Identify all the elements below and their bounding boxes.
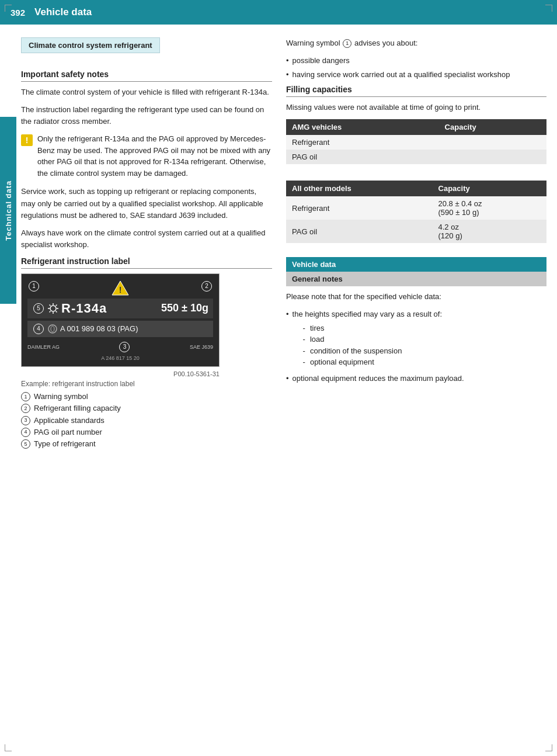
circle-4: 4 <box>21 428 30 437</box>
vehicle-data-intro: Please note that for the specified vehic… <box>286 291 546 303</box>
section-box: Climate control system refrigerant <box>21 37 160 53</box>
svg-point-12 <box>51 326 54 332</box>
warning-triangle-icon: ! <box>111 280 130 296</box>
safety-para2: The instruction label regarding the refr… <box>21 104 272 127</box>
general-notes-header: General notes <box>286 272 546 286</box>
warning-bullet-1-text: possible dangers <box>293 55 350 67</box>
side-label: Technical data <box>0 117 16 304</box>
caption-item-4: 4 PAG oil part number <box>21 427 272 438</box>
caption-item-3: 3 Applicable standards <box>21 415 272 426</box>
sub-item-optional: optional equipment <box>303 356 443 368</box>
corner-bl <box>5 744 12 751</box>
main-content: Climate control system refrigerant Impor… <box>0 25 557 470</box>
warning-symbol-text: Warning symbol <box>286 39 340 47</box>
important-safety-title: Important safety notes <box>21 70 272 79</box>
label-circle-4-inner: 4 <box>33 324 44 334</box>
vehicle-bullet-2: optional equipment reduces the maximum p… <box>286 373 546 384</box>
label-part-num: A 246 817 15 20 <box>101 355 140 361</box>
caption-list: 1 Warning symbol 2 Refrigerant filling c… <box>21 391 272 449</box>
warning-bullet-2-text: having service work carried out at a qua… <box>293 69 510 81</box>
page-number: 392 <box>11 8 25 18</box>
safety-para4: Always have work on the climate control … <box>21 227 272 251</box>
pag-icon <box>47 324 58 334</box>
label-image: 1 ! 2 5 <box>21 273 220 367</box>
warning-text: Only the refrigerant R-134a and the PAG … <box>37 133 272 179</box>
amg-col2-header: Capacity <box>439 119 546 135</box>
svg-point-2 <box>50 306 56 311</box>
sub-suspension-text: condition of the suspension <box>310 345 402 357</box>
sub-item-load: load <box>303 334 443 345</box>
warning-bullets-list: possible dangers having service work car… <box>286 55 546 80</box>
label-circle-5-inner: 5 <box>33 303 44 314</box>
svg-line-7 <box>50 304 51 306</box>
amg-row2-col2 <box>439 150 546 164</box>
other-row2-col2: 4.2 oz (120 g) <box>433 220 546 243</box>
circle-5: 5 <box>21 439 30 449</box>
section-divider-3 <box>286 96 546 97</box>
vehicle-bullet-1-text: the heights specified may vary as a resu… <box>293 310 443 318</box>
sub-item-tires: tires <box>303 322 443 334</box>
refrigerant-label-title: Refrigerant instruction label <box>21 256 272 266</box>
other-row2-col1: PAG oil <box>286 220 433 243</box>
amg-row1-col1: Refrigerant <box>286 135 439 150</box>
label-circle-2: 2 <box>201 281 212 292</box>
other-row-2: PAG oil 4.2 oz (120 g) <box>286 220 546 243</box>
amg-row1-col2 <box>439 135 546 150</box>
amg-row-1: Refrigerant <box>286 135 546 150</box>
caption-label-3: Applicable standards <box>34 415 105 426</box>
warning-bullet-2: having service work carried out at a qua… <box>286 69 546 81</box>
label-r134a-text: R-134a <box>61 301 107 316</box>
refrigerant-label-section: Refrigerant instruction label 1 ! 2 <box>21 256 272 449</box>
photo-ref: P00.10-5361-31 <box>21 370 220 377</box>
caption-item-2: 2 Refrigerant filling capacity <box>21 403 272 414</box>
caption-label-1: Warning symbol <box>34 391 88 402</box>
vehicle-data-bullets: the heights specified may vary as a resu… <box>286 308 546 384</box>
caption-item-1: 1 Warning symbol <box>21 391 272 402</box>
circle-1: 1 <box>21 392 30 401</box>
amg-col1-header: AMG vehicles <box>286 119 439 135</box>
circle-2: 2 <box>21 404 30 413</box>
corner-tr <box>545 5 552 12</box>
amg-row2-col1: PAG oil <box>286 150 439 164</box>
caption-label-2: Refrigerant filling capacity <box>34 403 121 414</box>
label-sae: SAE J639 <box>190 344 213 350</box>
section-divider-1 <box>21 81 272 82</box>
label-circle-3-inner: 3 <box>119 342 130 352</box>
filling-capacities-section: Filling capacities Missing values were n… <box>286 85 546 243</box>
svg-line-9 <box>56 304 57 306</box>
header-bar: 392 Vehicle data <box>0 0 557 25</box>
other-col2-header: Capacity <box>433 181 546 196</box>
label-bottom-row: DAIMLER AG 3 SAE J639 <box>27 341 213 353</box>
filling-capacities-title: Filling capacities <box>286 85 546 94</box>
sub-dash-list: tires load condition of the suspension o… <box>303 322 443 368</box>
other-models-table: All other models Capacity Refrigerant 20… <box>286 181 546 243</box>
refrigerant-type-icon <box>47 303 59 314</box>
circle-ref-1: 1 <box>343 39 351 48</box>
label-daimler: DAIMLER AG <box>27 344 60 350</box>
important-safety-section: Important safety notes The climate contr… <box>21 70 272 251</box>
safety-para1: The climate control system of your vehic… <box>21 86 272 98</box>
left-column: Climate control system refrigerant Impor… <box>21 37 272 457</box>
sub-load-text: load <box>310 334 325 345</box>
sub-tires-text: tires <box>310 322 325 334</box>
vehicle-data-section: Vehicle data General notes Please note t… <box>286 257 546 384</box>
circle-3: 3 <box>21 416 30 425</box>
svg-line-10 <box>50 311 51 312</box>
svg-text:!: ! <box>119 285 122 294</box>
filling-note: Missing values were not available at tim… <box>286 102 546 113</box>
warning-icon: ! <box>21 134 33 146</box>
amg-table: AMG vehicles Capacity Refrigerant PAG oi… <box>286 119 546 164</box>
corner-br <box>545 744 552 751</box>
sub-optional-text: optional equipment <box>310 356 374 368</box>
warning-block: ! Only the refrigerant R-134a and the PA… <box>21 133 272 179</box>
caption-label-5: Type of refrigerant <box>34 439 96 449</box>
other-row1-col1: Refrigerant <box>286 196 433 220</box>
right-column: Warning symbol 1 advises you about: poss… <box>286 37 546 457</box>
warning-symbol-para: Warning symbol 1 advises you about: <box>286 37 546 49</box>
other-col1-header: All other models <box>286 181 433 196</box>
caption-label-4: PAG oil part number <box>34 427 102 438</box>
svg-line-8 <box>56 311 57 312</box>
label-circle-1: 1 <box>29 281 39 292</box>
vehicle-bullet-1: the heights specified may vary as a resu… <box>286 308 546 370</box>
label-main-row: 5 R-134a <box>27 299 213 318</box>
